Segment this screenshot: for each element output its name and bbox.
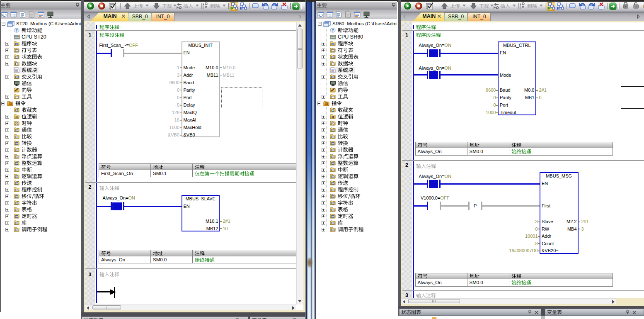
svg-text:?: ? — [16, 28, 18, 32]
svg-text:?: ? — [332, 28, 334, 32]
